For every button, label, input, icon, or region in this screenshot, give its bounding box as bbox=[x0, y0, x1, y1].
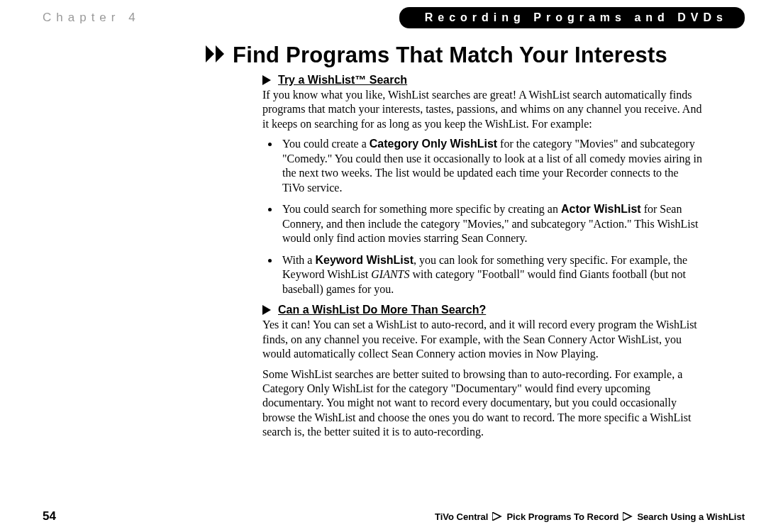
arrow-right-icon bbox=[262, 75, 272, 85]
breadcrumb-item: Pick Programs To Record bbox=[506, 511, 618, 522]
svg-marker-4 bbox=[492, 512, 501, 521]
breadcrumb-item: TiVo Central bbox=[435, 511, 488, 522]
svg-marker-0 bbox=[206, 45, 214, 62]
chapter-label: Chapter 4 bbox=[43, 11, 140, 25]
svg-marker-3 bbox=[262, 305, 271, 315]
term-actor-wishlist: Actor WishList bbox=[561, 203, 641, 215]
svg-marker-2 bbox=[262, 75, 271, 85]
body-paragraph: Some WishList searches are better suited… bbox=[262, 367, 702, 440]
intro-paragraph: If you know what you like, WishList sear… bbox=[262, 88, 702, 131]
section-heading-wishlist-search: Try a WishList™ Search bbox=[278, 74, 407, 87]
svg-marker-5 bbox=[623, 512, 631, 521]
svg-marker-1 bbox=[216, 45, 224, 62]
term-keyword-wishlist: Keyword WishList bbox=[315, 254, 413, 266]
page-number: 54 bbox=[43, 509, 56, 523]
bullet-text: You could create a bbox=[282, 138, 370, 150]
page-title: Find Programs That Match Your Interests bbox=[233, 43, 667, 68]
breadcrumb-arrow-icon bbox=[492, 512, 502, 521]
breadcrumb-item: Search Using a WishList bbox=[637, 511, 745, 522]
arrow-right-icon bbox=[262, 305, 272, 315]
section-heading-more-than-search: Can a WishList Do More Than Search? bbox=[278, 304, 486, 316]
breadcrumb-arrow-icon bbox=[623, 512, 633, 521]
term-category-only-wishlist: Category Only WishList bbox=[370, 138, 497, 150]
breadcrumb: TiVo Central Pick Programs To Record Sea… bbox=[435, 511, 745, 522]
list-item: With a Keyword WishList, you can look fo… bbox=[279, 253, 702, 297]
body-paragraph: Yes it can! You can set a WishList to au… bbox=[262, 318, 702, 361]
fast-forward-icon bbox=[206, 45, 226, 65]
header-banner: Recording Programs and DVDs bbox=[399, 7, 745, 28]
bullet-text: You could search for something more spec… bbox=[282, 203, 561, 215]
list-item: You could create a Category Only WishLis… bbox=[279, 137, 702, 195]
keyword-example: GIANTS bbox=[371, 268, 409, 280]
list-item: You could search for something more spec… bbox=[279, 202, 702, 245]
bullet-text: With a bbox=[282, 254, 315, 266]
